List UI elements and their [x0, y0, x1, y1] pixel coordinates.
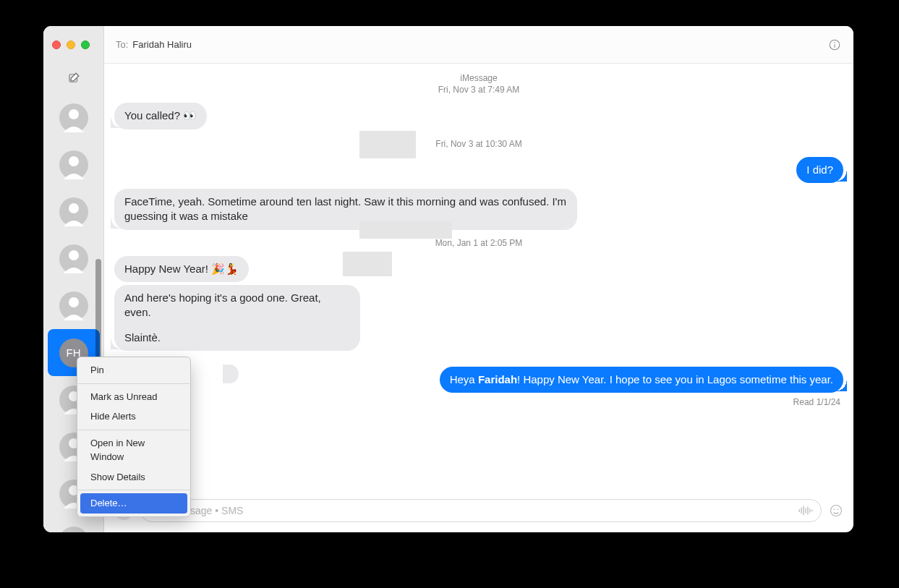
- conversation-item[interactable]: [48, 188, 100, 235]
- incoming-message[interactable]: Happy New Year! 🎉💃: [114, 256, 249, 282]
- message-input[interactable]: [150, 505, 798, 516]
- message-row: Heya Faridah! Happy New Year. I hope to …: [104, 365, 853, 394]
- message-input-wrap[interactable]: [140, 499, 822, 522]
- person-icon: [59, 291, 88, 320]
- conversation-item[interactable]: [48, 94, 100, 141]
- svg-point-5: [69, 297, 79, 307]
- timestamp-text: Fri, Nov 3 at 10:30 AM: [435, 139, 521, 149]
- compose-button[interactable]: [43, 64, 103, 93]
- smiley-icon: [829, 503, 843, 518]
- menu-separator: [78, 490, 189, 490]
- redaction-block: [343, 252, 392, 276]
- person-icon: [59, 244, 88, 273]
- message-thread[interactable]: iMessage Fri, Nov 3 at 7:49 AM You calle…: [104, 64, 853, 496]
- avatar: [59, 527, 88, 533]
- avatar: [59, 291, 88, 320]
- waveform-icon: [798, 504, 814, 517]
- svg-point-20: [831, 506, 842, 516]
- message-text: And here's hoping it's a good one. Great…: [124, 291, 350, 320]
- redaction-block: [359, 131, 416, 158]
- recipient-name[interactable]: Faridah Haliru: [132, 39, 192, 50]
- details-button[interactable]: [827, 38, 842, 52]
- person-icon: [59, 103, 88, 132]
- messages-window: FH: [43, 26, 853, 532]
- menu-item-delete[interactable]: Delete…: [80, 493, 187, 514]
- menu-item-open-new-window[interactable]: Open in New Window: [80, 433, 187, 467]
- main-pane: To: Faridah Haliru iMessage Fri, Nov 3 a…: [104, 26, 853, 532]
- composer: +: [104, 496, 853, 532]
- svg-point-9: [69, 532, 79, 533]
- menu-separator: [78, 383, 189, 384]
- message-text: Heya Faridah! Happy New Year. I hope to …: [450, 373, 833, 385]
- message-row: You called? 👀: [104, 101, 853, 130]
- message-text: Slaintè.: [124, 331, 350, 345]
- minimize-window-button[interactable]: [67, 41, 75, 49]
- read-receipt: Read 1/1/24: [104, 394, 853, 407]
- timestamp-text: Fri, Nov 3 at 7:49 AM: [438, 85, 520, 95]
- person-icon: [59, 150, 88, 179]
- service-label: iMessage: [104, 72, 853, 84]
- timestamp: Mon, Jan 1 at 2:05 PM: [104, 237, 853, 249]
- thread-header: To: Faridah Haliru: [104, 26, 853, 64]
- timestamp-text: Mon, Jan 1 at 2:05 PM: [435, 238, 523, 248]
- message-row: And here's hoping it's a good one. Great…: [104, 284, 853, 352]
- conversation-item[interactable]: [48, 235, 100, 282]
- person-icon: [59, 197, 88, 226]
- incoming-message[interactable]: You called? 👀: [114, 103, 207, 129]
- svg-point-12: [834, 41, 835, 43]
- audio-message-button[interactable]: [798, 504, 814, 517]
- menu-item-pin[interactable]: Pin: [80, 360, 187, 380]
- menu-item-hide-alerts[interactable]: Hide Alerts: [80, 406, 187, 427]
- conversation-item[interactable]: [48, 517, 100, 532]
- conversation-item[interactable]: [48, 282, 100, 329]
- timestamp: Fri, Nov 3 at 10:30 AM: [104, 138, 853, 150]
- message-row: Happy New Year! 🎉💃: [104, 255, 853, 284]
- timestamp: iMessage Fri, Nov 3 at 7:49 AM: [104, 72, 853, 95]
- info-icon: [828, 38, 841, 51]
- message-text: You called? 👀: [124, 109, 197, 122]
- fullscreen-window-button[interactable]: [81, 41, 90, 49]
- menu-separator: [78, 430, 189, 430]
- menu-item-mark-unread[interactable]: Mark as Unread: [80, 387, 187, 407]
- svg-point-3: [69, 203, 79, 213]
- to-label: To:: [116, 39, 128, 50]
- outgoing-message[interactable]: I did?: [796, 157, 843, 183]
- compose-icon: [67, 72, 80, 85]
- outgoing-message[interactable]: Heya Faridah! Happy New Year. I hope to …: [440, 367, 843, 393]
- avatar: [59, 244, 88, 273]
- svg-point-21: [834, 509, 835, 511]
- emoji-picker-button[interactable]: [829, 503, 843, 518]
- redaction-block: [359, 221, 452, 239]
- close-window-button[interactable]: [52, 41, 61, 49]
- svg-point-1: [69, 109, 79, 119]
- incoming-message[interactable]: FaceTime, yeah. Sometime around ten last…: [114, 189, 577, 230]
- svg-point-22: [838, 509, 839, 511]
- avatar: [59, 103, 88, 132]
- message-row: FaceTime, yeah. Sometime around ten last…: [104, 187, 853, 231]
- conversation-item[interactable]: [48, 141, 100, 188]
- window-traffic-lights: [43, 26, 103, 64]
- menu-item-show-details[interactable]: Show Details: [80, 467, 187, 487]
- avatar: [59, 197, 88, 226]
- avatar: [59, 150, 88, 179]
- message-row: I did?: [104, 155, 853, 184]
- svg-point-2: [69, 156, 79, 166]
- message-text: FaceTime, yeah. Sometime around ten last…: [124, 195, 566, 222]
- person-icon: [59, 527, 88, 533]
- incoming-message[interactable]: And here's hoping it's a good one. Great…: [114, 285, 360, 351]
- conversation-context-menu: Pin Mark as Unread Hide Alerts Open in N…: [77, 357, 191, 517]
- message-text: I did?: [806, 163, 833, 176]
- svg-point-4: [69, 250, 79, 260]
- message-text: Happy New Year! 🎉💃: [124, 263, 239, 275]
